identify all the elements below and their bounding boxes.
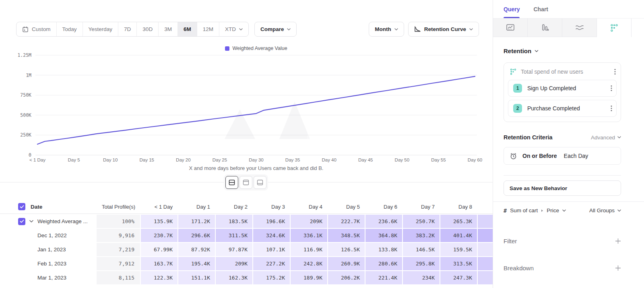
step-menu-button[interactable] (611, 85, 612, 91)
retention-value-cell[interactable]: 171.2K (178, 215, 215, 228)
retention-value-cell[interactable]: 401.4K (440, 229, 477, 242)
alarm-clock-icon (510, 152, 517, 160)
tab-chart[interactable]: Chart (533, 0, 548, 18)
report-type-flows[interactable] (562, 19, 597, 37)
retention-value-cell[interactable]: 189.9K (291, 271, 327, 284)
retention-value-cell[interactable]: 151.1K (178, 271, 215, 284)
chevron-down-icon (29, 220, 33, 223)
retention-value-cell[interactable]: 313.5K (440, 257, 477, 270)
retention-value-cell[interactable]: 260.9K (328, 257, 365, 270)
criteria-row[interactable]: On or Before Each Day (504, 147, 621, 165)
retention-value-cell[interactable]: 146.5K (403, 243, 440, 256)
header-day-8[interactable]: Day 8 (440, 204, 477, 210)
layout-table-toggle[interactable] (254, 176, 266, 189)
retention-value-cell[interactable]: 133.8K (365, 243, 402, 256)
add-breakdown-button[interactable] (615, 265, 621, 271)
x-tick-label: Day 20 (176, 157, 190, 162)
step-event-name: Sign Up Completed (527, 85, 576, 91)
add-filter-button[interactable] (615, 238, 621, 244)
table-row: Dec 1, 20229,916230.7K296.6K311.5K324.6K… (0, 229, 493, 242)
retention-value-cell[interactable]: 159.5K (440, 243, 477, 256)
retention-value-cell[interactable]: 242.8K (291, 257, 327, 270)
tab-query[interactable]: Query (504, 0, 520, 18)
total-profiles-cell: 7,912 (97, 257, 140, 270)
report-type-retention[interactable] (597, 19, 632, 37)
behavior-header[interactable]: Total spend of new users (504, 63, 621, 80)
retention-value-cell[interactable]: 183.5K (216, 215, 252, 228)
checkbox-checked[interactable] (18, 218, 25, 225)
retention-value-cell[interactable]: 311.5K (216, 229, 252, 242)
row-label: Dec 1, 2022 (37, 232, 67, 238)
row-label-cell[interactable]: Weighted Average ... (0, 215, 96, 228)
retention-value-cell[interactable]: 209K (291, 215, 327, 228)
behavior-menu-button[interactable] (614, 68, 616, 75)
retention-value-cell[interactable]: 97.87K (216, 243, 252, 256)
retention-value-cell[interactable]: 222.7K (328, 215, 365, 228)
retention-value-cell[interactable]: 163.7K (141, 257, 178, 270)
step-row-2[interactable]: 2 Purchase Completed (508, 100, 617, 117)
retention-value-cell[interactable]: 227.2K (253, 257, 290, 270)
retention-value-cell[interactable]: 116.9K (291, 243, 327, 256)
retention-value-cell[interactable]: 383.2K (403, 229, 440, 242)
weighted-average-line[interactable] (37, 77, 475, 144)
group-selector[interactable]: All Groups (589, 207, 621, 213)
checkbox-checked[interactable] (18, 203, 25, 210)
retention-value-cell[interactable]: 230.7K (141, 229, 178, 242)
measurement-label: Retention (504, 48, 531, 54)
retention-value-cell[interactable]: 107.1K (253, 243, 290, 256)
retention-value-cell[interactable]: 295.8K (403, 257, 440, 270)
header-day-5[interactable]: Day 5 (327, 204, 365, 210)
header-day-6[interactable]: Day 6 (365, 204, 402, 210)
funnels-icon (541, 24, 549, 32)
retention-value-cell[interactable]: 247.3K (440, 271, 477, 284)
top-view-icon (243, 179, 249, 186)
retention-value-cell[interactable]: 67.99K (141, 243, 178, 256)
save-as-new-behavior-button[interactable]: Save as New Behavior (504, 180, 621, 196)
row-label-cell: Jan 1, 2023 (0, 243, 96, 256)
measurement-selector[interactable]: Retention (504, 48, 621, 54)
retention-value-cell[interactable]: 364.8K (365, 229, 402, 242)
header-day-3[interactable]: Day 3 (252, 204, 290, 210)
retention-value-cell[interactable]: 196.6K (253, 215, 290, 228)
retention-value-cell[interactable]: 348.5K (328, 229, 365, 242)
report-type-insights[interactable] (493, 19, 528, 37)
table-row: Feb 1, 20237,912163.7K195.4K209K227.2K24… (0, 257, 493, 270)
retention-value-cell[interactable]: 324.6K (253, 229, 290, 242)
retention-value-cell[interactable]: 122.3K (141, 271, 178, 284)
criteria-value: Each Day (564, 153, 588, 159)
metric-property-label[interactable]: Price (547, 207, 559, 213)
retention-value-cell[interactable]: 234K (403, 271, 440, 284)
x-tick-label: Day 15 (140, 157, 154, 162)
layout-split-toggle[interactable] (225, 176, 238, 189)
retention-value-cell[interactable]: 336.1K (291, 229, 327, 242)
header-day-4[interactable]: Day 4 (290, 204, 327, 210)
step-row-1[interactable]: 1 Sign Up Completed (508, 80, 617, 97)
retention-value-cell[interactable]: 135.9K (141, 215, 178, 228)
step-menu-button[interactable] (611, 105, 612, 112)
retention-value-cell[interactable]: 162.3K (216, 271, 252, 284)
retention-value-cell[interactable]: 195.4K (178, 257, 215, 270)
retention-value-cell[interactable]: 236.6K (365, 215, 402, 228)
header-total-profile-s-[interactable]: Total Profile(s) (96, 204, 140, 210)
criteria-title: Retention Criteria (504, 134, 553, 141)
retention-value-cell[interactable]: 175.2K (253, 271, 290, 284)
header--1-day[interactable]: < 1 Day (140, 204, 178, 210)
retention-value-cell[interactable]: 280.6K (365, 257, 402, 270)
criteria-mode-dropdown[interactable]: Advanced (591, 135, 621, 141)
header-day-2[interactable]: Day 2 (215, 204, 252, 210)
retention-value-cell[interactable]: 206.2K (328, 271, 365, 284)
layout-chart-toggle[interactable] (239, 176, 252, 189)
retention-value-cell[interactable]: 250.7K (403, 215, 440, 228)
retention-value-cell[interactable]: 265.3K (440, 215, 477, 228)
header-day-7[interactable]: Day 7 (402, 204, 440, 210)
report-type-funnels[interactable] (528, 19, 562, 37)
retention-value-cell[interactable]: 209K (216, 257, 252, 270)
row-expand-caret[interactable] (29, 220, 33, 223)
retention-value-cell[interactable]: 221.4K (365, 271, 402, 284)
chevron-down-icon (535, 50, 539, 52)
retention-value-cell[interactable]: 126.5K (328, 243, 365, 256)
retention-value-cell[interactable]: 296.6K (178, 229, 215, 242)
header-day-1[interactable]: Day 1 (178, 204, 215, 210)
retention-value-cell[interactable]: 87.92K (178, 243, 215, 256)
metric-event-label[interactable]: Sum of cart (510, 207, 538, 213)
